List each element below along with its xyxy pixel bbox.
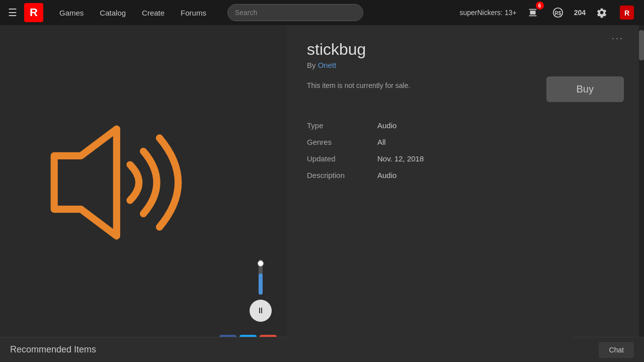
search-input[interactable] [235, 9, 356, 17]
type-row: Type Audio [307, 117, 624, 134]
genres-value: All [377, 138, 386, 146]
updated-row: Updated Nov. 12, 2018 [307, 150, 624, 167]
description-value: Audio [377, 171, 396, 179]
volume-fill [259, 274, 263, 295]
hamburger-icon[interactable]: ☰ [8, 7, 17, 19]
buy-button[interactable]: Buy [546, 76, 624, 102]
settings-button[interactable] [593, 4, 611, 22]
avatar-button[interactable]: R [618, 4, 636, 22]
scrollbar[interactable] [639, 25, 644, 362]
svg-text:R: R [624, 9, 629, 17]
recommended-section-header: Recommended Items [0, 337, 287, 362]
header-right: superNickers: 13+ 6 R$ 204 R [459, 4, 636, 22]
description-label: Description [307, 171, 377, 179]
description-row: Description Audio [307, 167, 624, 184]
svg-marker-4 [54, 129, 117, 236]
audio-icon-container [0, 63, 287, 304]
main-nav: Games Catalog Create Forums [52, 6, 213, 20]
audio-controls: ⏸ [250, 259, 272, 322]
author-prefix: By [307, 61, 318, 69]
type-label: Type [307, 121, 377, 130]
notifications-button[interactable]: 6 [524, 4, 542, 22]
nav-forums[interactable]: Forums [174, 6, 213, 20]
robux-count: 204 [574, 9, 586, 17]
username-display: superNickers: 13+ [459, 9, 516, 17]
svg-text:R$: R$ [554, 11, 561, 16]
item-details-panel: ··· stickbug By Onett This item is not c… [287, 25, 644, 362]
genres-row: Genres All [307, 134, 624, 150]
chat-button[interactable]: Chat [599, 342, 634, 358]
more-options-button[interactable]: ··· [612, 33, 624, 44]
header: ☰ R Games Catalog Create Forums superNic… [0, 0, 644, 25]
genres-label: Genres [307, 138, 377, 146]
type-value: Audio [377, 121, 396, 130]
nav-games[interactable]: Games [52, 6, 91, 20]
sale-status: This item is not currently for sale. [307, 81, 410, 89]
nav-catalog[interactable]: Catalog [93, 6, 133, 20]
updated-value: Nov. 12, 2018 [377, 154, 424, 163]
volume-slider[interactable] [259, 259, 263, 295]
recommended-title: Recommended Items [10, 344, 96, 355]
details-table: Type Audio Genres All Updated Nov. 12, 2… [307, 117, 624, 184]
bottom-bar: Chat [574, 337, 644, 362]
search-bar[interactable] [227, 4, 363, 21]
play-pause-button[interactable]: ⏸ [250, 300, 272, 322]
item-author: By Onett [307, 61, 624, 69]
logo[interactable]: R [24, 3, 43, 22]
scrollbar-thumb[interactable] [639, 30, 644, 60]
updated-label: Updated [307, 154, 377, 163]
notifications-badge: 6 [536, 2, 544, 10]
item-title: stickbug [307, 40, 624, 59]
robux-icon-btn[interactable]: R$ [549, 4, 567, 22]
nav-create[interactable]: Create [135, 6, 172, 20]
volume-handle[interactable] [258, 260, 264, 266]
audio-icon [45, 102, 242, 265]
main-content: ⏸ ☆ 47 f t g+ Recommended Items ··· stic… [0, 25, 644, 362]
author-link[interactable]: Onett [318, 61, 337, 69]
audio-preview-panel: ⏸ ☆ 47 f t g+ Recommended Items [0, 25, 287, 362]
volume-track[interactable] [259, 259, 263, 295]
